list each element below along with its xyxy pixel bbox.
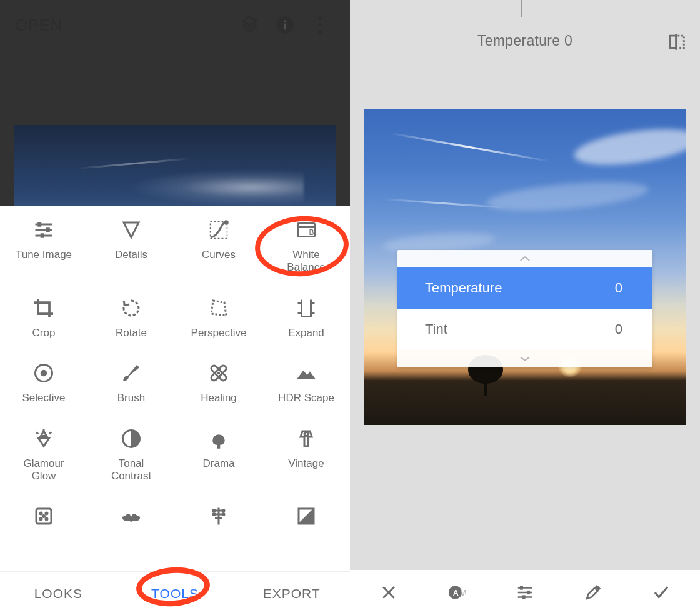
brush-icon <box>119 361 144 386</box>
svg-point-25 <box>222 509 225 512</box>
svg-text:A: A <box>453 589 459 598</box>
apply-button[interactable] <box>642 583 680 602</box>
param-value: 0 <box>615 280 622 296</box>
svg-rect-16 <box>218 444 220 448</box>
tool-drama[interactable]: Drama <box>175 426 262 483</box>
tool-label: Tune Image <box>16 249 72 261</box>
tonal-contrast-icon <box>119 426 144 451</box>
tools-grid: Tune Image Details Curves B White Balanc… <box>0 218 350 529</box>
tool-label: Glamour Glow <box>23 458 64 483</box>
tool-curves[interactable]: Curves <box>175 218 262 274</box>
tool-label: Selective <box>22 392 66 404</box>
moustache-icon <box>119 504 144 529</box>
svg-point-26 <box>212 513 216 516</box>
overflow-menu-icon[interactable] <box>302 16 338 34</box>
svg-point-27 <box>222 513 225 516</box>
svg-rect-33 <box>528 591 530 594</box>
tab-looks[interactable]: LOOKS <box>0 586 117 601</box>
info-icon[interactable] <box>268 16 302 34</box>
chevron-down-icon <box>398 350 652 368</box>
tool-label: Crop <box>32 327 56 339</box>
eyedropper-button[interactable] <box>574 583 612 602</box>
svg-rect-34 <box>522 596 525 599</box>
tool-label: HDR Scape <box>278 392 334 404</box>
tool-partial-3[interactable] <box>175 504 262 529</box>
tool-label: Curves <box>202 249 236 261</box>
tool-crop[interactable]: Crop <box>0 296 88 339</box>
tool-label: Brush <box>118 392 145 404</box>
svg-point-20 <box>45 512 48 516</box>
parameter-overlay[interactable]: Temperature 0 Tint 0 <box>398 250 652 368</box>
bw-icon <box>294 504 319 529</box>
tool-label: Rotate <box>116 327 147 339</box>
right-pane: Temperature 0 Temperature 0 Tint 0 <box>350 0 700 615</box>
tool-tonal-contrast[interactable]: Tonal Contrast <box>88 426 175 483</box>
svg-point-19 <box>39 512 42 516</box>
param-row-tint[interactable]: Tint 0 <box>398 309 652 350</box>
curves-icon <box>206 218 231 242</box>
bottom-tabs: LOOKS TOOLS EXPORT <box>0 571 350 615</box>
svg-point-17 <box>304 432 308 436</box>
tool-white-balance[interactable]: B White Balance <box>262 218 350 274</box>
tool-brush[interactable]: Brush <box>88 361 175 404</box>
svg-rect-32 <box>520 586 522 589</box>
auto-white-balance-button[interactable]: AW <box>438 583 476 602</box>
tool-partial-2[interactable] <box>88 504 175 529</box>
crop-icon <box>31 296 56 321</box>
svg-point-11 <box>41 371 47 376</box>
tool-tune-image[interactable]: Tune Image <box>0 218 88 274</box>
tool-healing[interactable]: Healing <box>175 361 262 404</box>
compare-icon[interactable] <box>666 31 688 55</box>
tool-perspective[interactable]: Perspective <box>175 296 262 339</box>
healing-icon <box>206 361 231 386</box>
tab-tools[interactable]: TOOLS <box>117 586 234 601</box>
param-row-temperature[interactable]: Temperature 0 <box>398 268 652 309</box>
left-photo-preview <box>14 125 336 206</box>
tool-selective[interactable]: Selective <box>0 361 88 404</box>
svg-rect-5 <box>41 234 44 238</box>
readout-value: 0 <box>564 32 572 49</box>
cancel-button[interactable] <box>370 583 408 602</box>
tab-export[interactable]: EXPORT <box>233 586 350 601</box>
right-header: Temperature 0 <box>350 0 700 81</box>
adjust-button[interactable] <box>506 583 544 602</box>
svg-point-23 <box>42 515 46 518</box>
tool-expand[interactable]: Expand <box>262 296 350 339</box>
tool-label: White Balance <box>287 249 325 274</box>
left-header: OPEN <box>0 0 350 50</box>
glamour-glow-icon <box>31 426 56 451</box>
parameter-readout: Temperature 0 <box>478 32 572 49</box>
edit-stack-icon[interactable] <box>232 16 268 34</box>
tool-partial-4[interactable] <box>262 504 350 529</box>
tool-hdr-scape[interactable]: HDR Scape <box>262 361 350 404</box>
tools-sheet: Tune Image Details Curves B White Balanc… <box>0 206 350 571</box>
svg-point-14 <box>218 372 220 374</box>
tool-label: Drama <box>202 458 234 470</box>
svg-text:B: B <box>309 228 314 237</box>
rotate-icon <box>119 296 144 321</box>
svg-rect-2 <box>284 21 286 22</box>
details-icon <box>119 218 144 242</box>
left-pane: OPEN Tune Image Details <box>0 0 350 615</box>
sliders-icon <box>31 218 56 242</box>
svg-rect-4 <box>47 228 50 232</box>
tool-label: Perspective <box>191 327 247 339</box>
svg-point-22 <box>45 518 48 521</box>
tool-label: Expand <box>288 327 324 339</box>
tool-vintage[interactable]: Vintage <box>262 426 350 483</box>
tool-rotate[interactable]: Rotate <box>88 296 175 339</box>
svg-text:W: W <box>461 589 466 598</box>
open-button[interactable]: OPEN <box>15 16 62 35</box>
hdr-scape-icon <box>294 361 319 386</box>
param-name: Tint <box>425 321 448 338</box>
tool-glamour-glow[interactable]: Glamour Glow <box>0 426 88 483</box>
tool-details[interactable]: Details <box>88 218 175 274</box>
param-value: 0 <box>615 321 622 338</box>
vintage-icon <box>294 426 319 451</box>
tool-partial-1[interactable] <box>0 504 88 529</box>
tool-label: Vintage <box>288 458 324 470</box>
tool-label: Tonal Contrast <box>111 458 151 483</box>
svg-rect-3 <box>38 222 41 226</box>
tool-label: Healing <box>201 392 237 404</box>
drama-icon <box>206 426 231 451</box>
